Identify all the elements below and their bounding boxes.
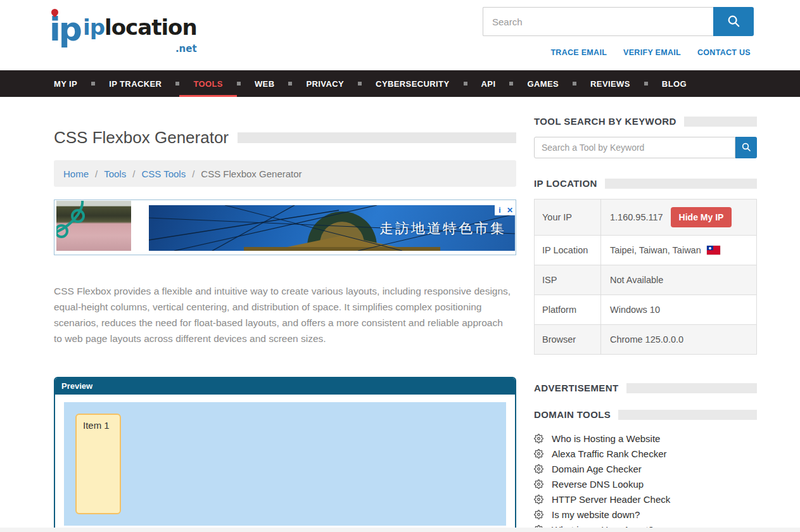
nav-item-api[interactable]: API	[467, 70, 510, 97]
ad-banner[interactable]: 走訪地道特色市集 i ✕	[54, 200, 516, 255]
row-value: Not Available	[601, 265, 756, 294]
heading-decorative-bar	[626, 383, 757, 393]
verify-email-link[interactable]: VERIFY EMAIL	[623, 48, 681, 57]
logo-mark-icon: ip	[49, 5, 80, 46]
domain-tool-reverse-dns[interactable]: Reverse DNS Lookup	[534, 479, 757, 490]
gear-icon	[534, 510, 543, 519]
row-label: Browser	[535, 325, 601, 354]
row-value: Windows 10	[601, 295, 756, 324]
ip-location-table: Your IP 1.160.95.117 Hide My IP IP Locat…	[534, 199, 757, 355]
logo-text: iplocation .net	[83, 16, 197, 60]
domain-tool-http-header[interactable]: HTTP Server Header Check	[534, 494, 757, 505]
main-nav: MY IP IP TRACKER TOOLS WEB PRIVACY CYBER…	[0, 70, 800, 97]
page-title: CSS Flexbox Generator	[54, 128, 229, 148]
breadcrumb-separator: /	[192, 168, 194, 179]
nav-item-my-ip[interactable]: MY IP	[40, 70, 91, 97]
nav-item-games[interactable]: GAMES	[513, 70, 573, 97]
preview-card-header: Preview	[55, 378, 515, 395]
ip-location-value: Taipei, Taiwan, Taiwan	[610, 245, 701, 255]
tool-search-heading-text: TOOL SEARCH BY KEYWORD	[534, 116, 676, 127]
your-ip-value: 1.160.95.117	[610, 212, 663, 222]
row-label: IP Location	[535, 236, 601, 265]
ip-location-heading: IP LOCATION	[534, 178, 757, 189]
sidebar: TOOL SEARCH BY KEYWORD IP LOCATION Your …	[534, 97, 757, 532]
table-row-ip-location: IP Location Taipei, Taiwan, Taiwan	[535, 236, 756, 265]
domain-tool-label: Who is Hosting a Website	[552, 433, 660, 444]
taiwan-flag-icon	[707, 246, 720, 255]
domain-tool-domain-age[interactable]: Domain Age Checker	[534, 464, 757, 474]
domain-tool-label: Alexa Traffic Rank Checker	[552, 448, 666, 459]
advertisement-heading: ADVERTISEMENT	[534, 383, 757, 393]
ad-caption-text: 走訪地道特色市集	[379, 219, 506, 238]
gear-icon	[534, 434, 543, 443]
row-value: 1.160.95.117 Hide My IP	[601, 200, 756, 235]
nav-item-tools[interactable]: TOOLS	[179, 70, 237, 97]
domain-tool-who-is-hosting[interactable]: Who is Hosting a Website	[534, 433, 757, 444]
flexbox-preview-item[interactable]: Item 1	[75, 414, 121, 514]
domain-tool-label: Is my website down?	[552, 509, 640, 520]
tool-search	[534, 137, 757, 158]
gear-icon	[534, 479, 543, 489]
nav-item-cybersecurity[interactable]: CYBERSECURITY	[362, 70, 463, 97]
domain-tool-label: Reverse DNS Lookup	[552, 479, 644, 490]
ad-main-image: 走訪地道特色市集 i ✕	[149, 205, 515, 251]
logo-text-location: location	[105, 15, 197, 40]
search-icon	[727, 14, 740, 30]
bottom-strip	[0, 528, 800, 532]
tool-search-button[interactable]	[735, 137, 757, 158]
nav-item-ip-tracker[interactable]: IP TRACKER	[95, 70, 175, 97]
tool-search-heading: TOOL SEARCH BY KEYWORD	[534, 116, 757, 127]
title-row: CSS Flexbox Generator	[54, 128, 516, 148]
logo-tld: .net	[83, 38, 197, 60]
breadcrumb: Home / Tools / CSS Tools / CSS Flexbox G…	[54, 160, 516, 187]
heading-decorative-bar	[618, 410, 757, 420]
header-links: TRACE EMAIL VERIFY EMAIL CONTACT US	[550, 48, 751, 57]
nav-item-blog[interactable]: BLOG	[648, 70, 701, 97]
advertisement-heading-text: ADVERTISEMENT	[534, 383, 619, 393]
ad-left-image	[56, 201, 131, 251]
table-row-browser: Browser Chrome 125.0.0.0	[535, 325, 756, 354]
table-row-platform: Platform Windows 10	[535, 295, 756, 325]
page: ip iplocation .net TRACE EMAIL VERIFY EM…	[0, 0, 800, 532]
row-label: Platform	[535, 295, 601, 324]
domain-tool-label: HTTP Server Header Check	[552, 494, 670, 505]
trace-email-link[interactable]: TRACE EMAIL	[550, 48, 607, 57]
ad-info-icon[interactable]: i	[495, 205, 505, 215]
nav-item-web[interactable]: WEB	[241, 70, 289, 97]
nav-item-privacy[interactable]: PRIVACY	[292, 70, 358, 97]
tool-search-input[interactable]	[534, 137, 735, 158]
tool-description: CSS Flexbox provides a flexible and intu…	[54, 283, 516, 346]
contact-us-link[interactable]: CONTACT US	[697, 48, 751, 57]
site-search-input[interactable]	[483, 7, 713, 36]
title-decorative-bar	[238, 132, 516, 143]
gear-icon	[534, 464, 543, 474]
breadcrumb-home[interactable]: Home	[63, 168, 89, 179]
site-search-button[interactable]	[713, 7, 754, 36]
heading-decorative-bar	[684, 117, 757, 127]
hide-my-ip-button[interactable]: Hide My IP	[671, 207, 732, 227]
flexbox-preview-container: Item 1	[64, 402, 506, 526]
heading-decorative-bar	[605, 179, 757, 189]
content: CSS Flexbox Generator Home / Tools / CSS…	[0, 97, 800, 532]
gear-icon	[534, 449, 543, 459]
ad-route-overlay	[56, 201, 131, 251]
breadcrumb-css-tools[interactable]: CSS Tools	[141, 168, 186, 179]
row-label: ISP	[535, 265, 601, 294]
domain-tool-label: Domain Age Checker	[552, 464, 642, 474]
domain-tools-heading-text: DOMAIN TOOLS	[534, 409, 611, 420]
domain-tool-alexa-rank[interactable]: Alexa Traffic Rank Checker	[534, 448, 757, 459]
breadcrumb-separator: /	[132, 168, 135, 179]
nav-item-reviews[interactable]: REVIEWS	[576, 70, 644, 97]
ip-location-heading-text: IP LOCATION	[534, 178, 597, 189]
breadcrumb-current: CSS Flexbox Generator	[201, 168, 302, 179]
preview-card: Preview Item 1	[54, 377, 516, 532]
header-search	[483, 7, 754, 36]
site-logo[interactable]: ip iplocation .net	[49, 5, 197, 60]
search-icon	[741, 142, 751, 154]
logo-text-ip: ip	[83, 15, 105, 40]
ad-close-icon[interactable]: ✕	[505, 205, 515, 215]
breadcrumb-tools[interactable]: Tools	[104, 168, 126, 179]
row-value: Taipei, Taiwan, Taiwan	[601, 236, 756, 265]
table-row-isp: ISP Not Available	[535, 265, 756, 295]
domain-tool-website-down[interactable]: Is my website down?	[534, 509, 757, 520]
